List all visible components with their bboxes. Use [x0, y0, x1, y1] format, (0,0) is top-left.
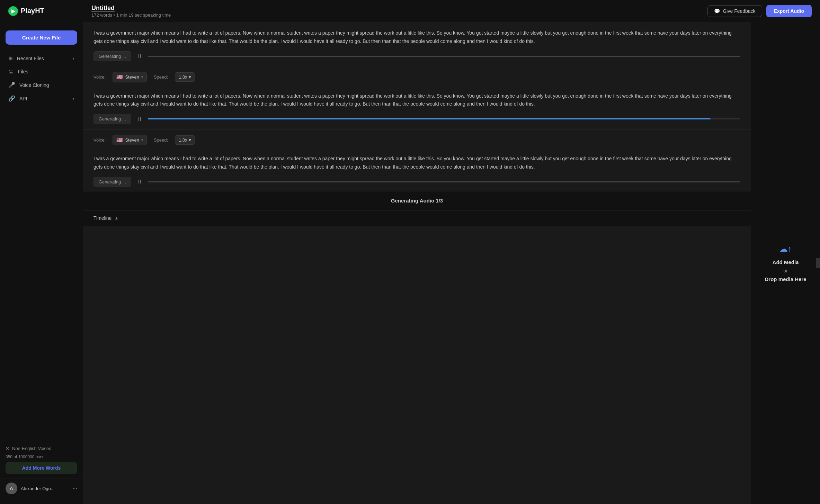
speed-select-3[interactable]: 1.0x ▾ — [175, 135, 195, 145]
player-bar-2: Generating ... ⏸ — [83, 112, 751, 128]
text-content-2[interactable]: I was a government major which means I h… — [93, 92, 740, 109]
user-name: Alexander Ogu... — [21, 486, 69, 491]
sidebar-item-voice-cloning[interactable]: 🎤 Voice Cloning — [3, 78, 80, 92]
generating-badge-3: Generating ... — [93, 177, 131, 187]
or-label: or — [783, 268, 787, 273]
api-chevron-icon: ▾ — [72, 96, 74, 101]
main-layout: Create New File ⊕ Recent Files ▾ 🗂 Files… — [0, 22, 820, 504]
speed-label-3: Speed: — [154, 137, 168, 143]
section-divider-1 — [83, 67, 751, 67]
topbar-actions: 💬 Give Feedback Export Audio — [707, 5, 812, 17]
voice-row-3: Voice: 🇺🇸 Steven ▾ Speed: 1.0x ▾ — [83, 131, 751, 148]
generating-footer: Generating Audio 1/3 — [83, 191, 751, 210]
logo-text: PlayHT — [21, 7, 44, 15]
chevron-down-icon: ▾ — [72, 56, 74, 61]
pause-button-1[interactable]: ⏸ — [135, 51, 144, 61]
recent-files-icon: ⊕ — [8, 55, 13, 62]
speed-chevron-icon-2: ▾ — [189, 74, 191, 80]
export-audio-button[interactable]: Export Audio — [766, 5, 812, 17]
voice-chevron-icon-3: ▾ — [141, 138, 143, 142]
sidebar-item-label-recent: Recent Files — [17, 56, 44, 61]
sidebar-item-label-api: API — [19, 96, 27, 101]
right-panel: ☁↑ Add Media or Drop media Here — [751, 22, 820, 504]
sidebar-item-label-voice: Voice Cloning — [19, 82, 49, 88]
non-english-label: ✕ Non-English Voices — [6, 446, 77, 451]
voice-chevron-icon-2: ▾ — [141, 75, 143, 79]
text-content-3[interactable]: I was a government major which means I h… — [93, 155, 740, 171]
doc-title[interactable]: Untitled — [91, 4, 707, 12]
timeline-chevron-icon: ▲ — [114, 216, 118, 220]
pause-button-2[interactable]: ⏸ — [135, 114, 144, 124]
playht-logo-icon: ▶ — [8, 6, 18, 16]
add-more-words-button[interactable]: Add More Words — [6, 462, 77, 474]
translate-icon: ✕ — [6, 446, 9, 451]
create-new-file-button[interactable]: Create New File — [6, 30, 77, 45]
player-bar-3: Generating ... ⏸ — [83, 175, 751, 191]
doc-meta: 172 words • 1 min 19 sec speaking time — [91, 12, 707, 18]
user-row: A Alexander Ogu... ··· — [0, 478, 83, 498]
voice-name-2: Steven — [125, 74, 139, 80]
voice-cloning-icon: 🎤 — [8, 82, 15, 88]
sidebar: Create New File ⊕ Recent Files ▾ 🗂 Files… — [0, 22, 83, 504]
section-divider-2 — [83, 129, 751, 130]
voice-row-2: Voice: 🇺🇸 Steven ▾ Speed: 1.0x ▾ — [83, 69, 751, 85]
voice-flag-2: 🇺🇸 — [116, 74, 123, 80]
generating-badge-1: Generating ... — [93, 51, 131, 61]
timeline-bar[interactable]: Timeline ▲ — [83, 210, 751, 226]
generating-badge-2: Generating ... — [93, 114, 131, 124]
progress-track-2 — [148, 118, 740, 119]
text-block-2: I was a government major which means I h… — [83, 85, 751, 112]
topbar: ▶ PlayHT Untitled 172 words • 1 min 19 s… — [0, 0, 820, 22]
voice-flag-3: 🇺🇸 — [116, 137, 123, 143]
text-content-1[interactable]: I was a government major which means I h… — [93, 29, 740, 46]
words-used-info: 350 of 1000000 used — [6, 454, 77, 459]
speed-chevron-icon-3: ▾ — [189, 137, 191, 143]
files-icon: 🗂 — [8, 69, 14, 75]
add-media-label: Add Media — [773, 259, 799, 265]
drop-media-label: Drop media Here — [765, 276, 806, 282]
player-bar-1: Generating ... ⏸ — [83, 49, 751, 65]
voice-label-2: Voice: — [93, 74, 106, 80]
sidebar-item-label-files: Files — [18, 69, 28, 74]
voice-label-3: Voice: — [93, 137, 106, 143]
content-area: I was a government major which means I h… — [83, 22, 820, 504]
text-block-1: I was a government major which means I h… — [83, 22, 751, 49]
editor[interactable]: I was a government major which means I h… — [83, 22, 751, 504]
sidebar-item-files[interactable]: 🗂 Files — [3, 65, 80, 78]
voice-select-2[interactable]: 🇺🇸 Steven ▾ — [113, 72, 146, 82]
speed-value-2: 1.0x — [179, 74, 187, 80]
speed-select-2[interactable]: 1.0x ▾ — [175, 72, 195, 82]
give-feedback-button[interactable]: 💬 Give Feedback — [707, 5, 762, 17]
timeline-label: Timeline — [93, 215, 112, 221]
upload-cloud-icon: ☁↑ — [779, 244, 792, 254]
pause-button-3[interactable]: ⏸ — [135, 177, 144, 187]
sidebar-item-api[interactable]: 🔗 API ▾ — [3, 92, 80, 105]
feedback-icon: 💬 — [714, 8, 720, 14]
user-menu-button[interactable]: ··· — [73, 485, 77, 492]
non-english-section: ✕ Non-English Voices 350 of 1000000 used… — [0, 442, 83, 478]
sidebar-item-recent-files[interactable]: ⊕ Recent Files ▾ — [3, 52, 80, 65]
progress-fill-2 — [148, 118, 711, 119]
feedback-label: Give Feedback — [723, 8, 755, 14]
speed-value-3: 1.0x — [179, 137, 187, 143]
logo: ▶ PlayHT — [8, 6, 91, 16]
voice-select-3[interactable]: 🇺🇸 Steven ▾ — [113, 135, 146, 145]
text-block-3: I was a government major which means I h… — [83, 148, 751, 175]
voice-name-3: Steven — [125, 137, 139, 143]
api-icon: 🔗 — [8, 95, 15, 102]
progress-track-3 — [148, 181, 740, 182]
avatar: A — [6, 483, 17, 494]
topbar-center: Untitled 172 words • 1 min 19 sec speaki… — [91, 4, 707, 18]
progress-track-1 — [148, 56, 740, 57]
speed-label-2: Speed: — [154, 74, 168, 80]
panel-resize-handle[interactable] — [816, 258, 820, 268]
